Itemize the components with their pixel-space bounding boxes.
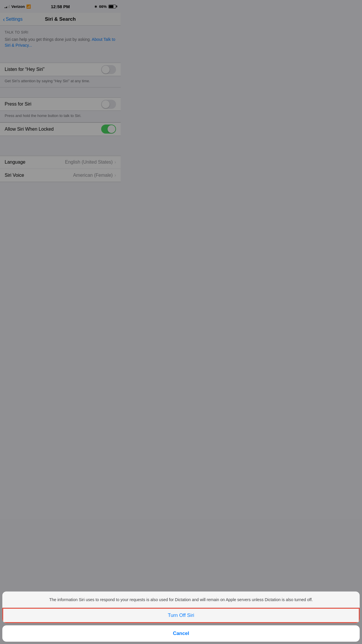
modal-backdrop[interactable]: The information Siri uses to respond to …: [0, 0, 121, 215]
